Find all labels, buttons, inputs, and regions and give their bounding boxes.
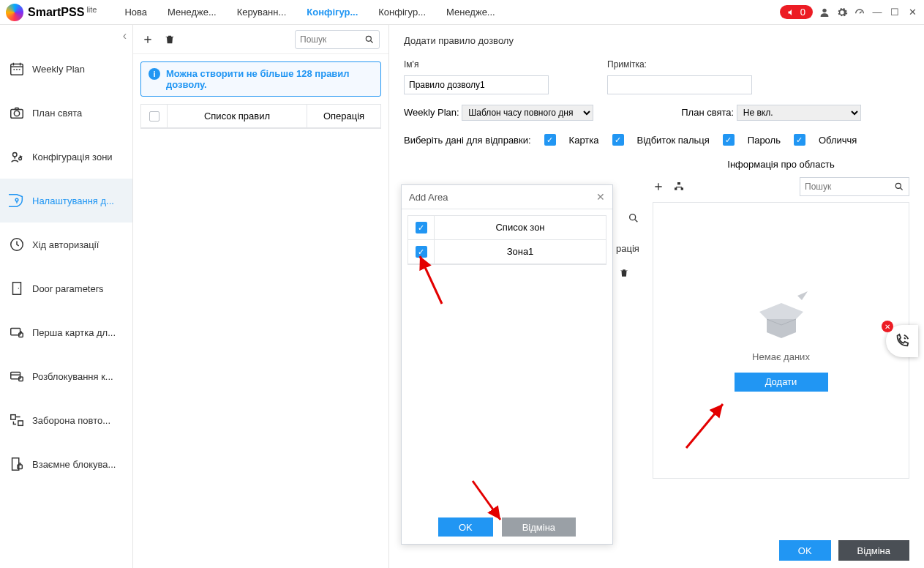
- hidden-op-text: рація: [616, 243, 639, 254]
- area-add-button[interactable]: Додати: [735, 373, 828, 392]
- door-icon: [9, 280, 25, 296]
- call-close-icon[interactable]: ✕: [882, 321, 893, 332]
- sidebar-item-holiday-plan[interactable]: План свята: [0, 91, 132, 135]
- svg-rect-18: [677, 182, 680, 184]
- modal-cancel-button[interactable]: Відміна: [502, 517, 576, 537]
- shield-key-icon: [9, 193, 25, 209]
- svg-point-6: [15, 198, 18, 201]
- sidebar-item-unlock[interactable]: Розблокування к...: [0, 354, 132, 398]
- info-text: Можна створити не більше 128 правил дозв…: [166, 68, 373, 90]
- search-icon[interactable]: [894, 182, 904, 192]
- tab-0[interactable]: Нова: [114, 1, 157, 23]
- name-label: Ім'я: [404, 59, 549, 70]
- note-field[interactable]: [607, 75, 752, 94]
- sidebar-item-label: Перша картка дл...: [32, 327, 116, 338]
- svg-rect-13: [11, 415, 15, 419]
- zone-select-all[interactable]: ✓: [416, 222, 427, 233]
- check-password[interactable]: ✓: [723, 134, 735, 146]
- area-search[interactable]: [800, 177, 909, 196]
- swap-icon: [9, 412, 25, 428]
- collapse-sidebar-icon[interactable]: ‹: [123, 29, 127, 42]
- tab-2[interactable]: Керуванн...: [227, 1, 297, 23]
- rules-search-input[interactable]: [300, 34, 358, 45]
- app-logo-icon: [6, 4, 23, 21]
- calendar-week-icon: [9, 61, 25, 77]
- svg-rect-16: [18, 465, 22, 469]
- sidebar-item-label: Взаємне блокува...: [32, 459, 116, 470]
- send-data-label: Виберіть дані для відправки:: [404, 135, 531, 146]
- rules-search[interactable]: [295, 30, 380, 49]
- sidebar-item-label: План свята: [32, 108, 82, 119]
- alert-badge[interactable]: 0: [780, 5, 813, 19]
- holiday-plan-label: План свята:: [681, 107, 734, 118]
- svg-rect-20: [681, 187, 683, 190]
- svg-rect-14: [18, 421, 23, 425]
- weekly-plan-label: Weekly Plan:: [404, 107, 459, 118]
- camera-icon: [9, 105, 25, 121]
- area-org-icon[interactable]: [673, 181, 685, 193]
- area-search-input[interactable]: [805, 182, 885, 192]
- check-fingerprint-label: Відбиток пальця: [637, 135, 710, 146]
- sidebar-item-permission-settings[interactable]: Налаштування д...: [0, 179, 132, 223]
- zone-row-1-check[interactable]: ✓: [416, 246, 427, 258]
- maximize-icon[interactable]: ☐: [889, 7, 901, 18]
- svg-point-22: [630, 214, 636, 220]
- titlebar-right: 0 — ☐ ✕: [780, 5, 918, 19]
- sidebar-item-label: Заборона повто...: [32, 415, 110, 426]
- tab-3[interactable]: Конфігур...: [296, 1, 368, 23]
- zone-row-1[interactable]: Зона1: [435, 240, 606, 264]
- zone-header: Список зон: [435, 216, 606, 239]
- add-area-modal: Add Area ✕ ✓ Список зон ✓ Зона1 OK Відмі…: [401, 184, 613, 545]
- modal-ok-button[interactable]: OK: [438, 517, 493, 537]
- modal-close-icon[interactable]: ✕: [596, 191, 605, 203]
- main-ok-button[interactable]: OK: [779, 540, 831, 561]
- sidebar-item-label: Налаштування д...: [32, 195, 114, 206]
- area-add-icon[interactable]: [653, 181, 664, 193]
- search-icon[interactable]: [364, 34, 375, 45]
- sidebar-item-anti-passback[interactable]: Заборона повто...: [0, 398, 132, 442]
- area-list-box: Немає даних Додати: [653, 202, 909, 479]
- tab-5[interactable]: Менедже...: [436, 1, 506, 23]
- annotation-arrow-icon: [683, 393, 734, 452]
- rules-select-all[interactable]: [141, 105, 168, 127]
- sidebar-item-door-params[interactable]: Door parameters: [0, 266, 132, 310]
- call-widget[interactable]: ✕: [886, 325, 918, 357]
- user-icon[interactable]: [819, 7, 830, 18]
- check-card[interactable]: ✓: [544, 134, 556, 146]
- app-name: SmartPSS: [28, 6, 84, 19]
- rules-table: Список правил Операція: [140, 104, 381, 129]
- main-cancel-button[interactable]: Відміна: [838, 540, 909, 561]
- tab-1[interactable]: Менедже...: [157, 1, 227, 23]
- minimize-icon[interactable]: —: [871, 7, 883, 18]
- check-card-label: Картка: [569, 135, 599, 146]
- top-tabs: Нова Менедже... Керуванн... Конфігур... …: [114, 1, 505, 23]
- rules-panel: i Можна створити не більше 128 правил до…: [133, 25, 389, 568]
- sidebar-item-label: Хід авторизації: [32, 239, 99, 250]
- phone-icon: [894, 333, 910, 349]
- sidebar-item-zone-config[interactable]: Конфігурація зони: [0, 135, 132, 179]
- close-icon[interactable]: ✕: [906, 7, 918, 18]
- note-label: Примітка:: [607, 59, 752, 70]
- delete-rule-icon[interactable]: [164, 34, 176, 45]
- svg-point-4: [13, 153, 18, 157]
- dashboard-icon[interactable]: [854, 7, 865, 18]
- holiday-plan-select[interactable]: Не вкл.: [737, 105, 861, 121]
- svg-rect-8: [13, 283, 21, 295]
- gear-icon[interactable]: [836, 7, 848, 18]
- name-field[interactable]: [404, 75, 549, 94]
- sidebar-item-weekly-plan[interactable]: Weekly Plan: [0, 47, 132, 91]
- sidebar-item-label: Door parameters: [32, 283, 104, 294]
- page-title: Додати правило дозволу: [404, 35, 909, 46]
- hidden-left-search-icon[interactable]: [628, 212, 639, 224]
- weekly-plan-select[interactable]: Шаблон часу повного дня: [462, 105, 593, 121]
- check-face[interactable]: ✓: [794, 134, 805, 146]
- svg-point-21: [895, 183, 901, 188]
- sidebar-item-label: Конфігурація зони: [32, 152, 113, 162]
- tab-4[interactable]: Конфігур...: [368, 1, 436, 23]
- sidebar-item-first-card[interactable]: Перша картка дл...: [0, 310, 132, 354]
- sidebar-item-auth-flow[interactable]: Хід авторизації: [0, 223, 132, 266]
- hidden-trash-icon[interactable]: [619, 268, 629, 278]
- add-rule-icon[interactable]: [142, 34, 154, 45]
- check-fingerprint[interactable]: ✓: [612, 134, 624, 146]
- sidebar-item-interlock[interactable]: Взаємне блокува...: [0, 442, 132, 486]
